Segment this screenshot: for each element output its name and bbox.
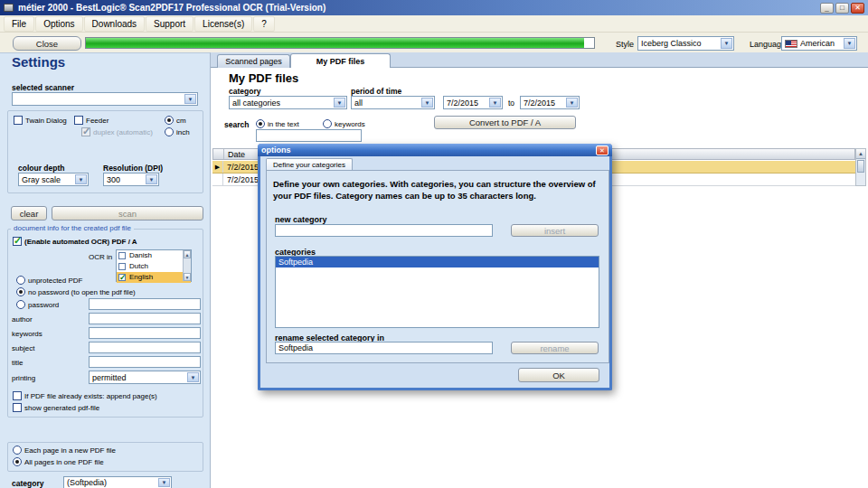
ocr-enable-checkbox[interactable]: [13, 237, 22, 246]
scan-button[interactable]: scan: [52, 206, 203, 221]
docinfo-title: document info for the created pdf file: [11, 224, 134, 232]
chevron-down-icon[interactable]: ▼: [75, 174, 87, 184]
resolution-select[interactable]: 300 ▼: [103, 173, 159, 186]
progress-bar: [85, 37, 595, 49]
style-select[interactable]: Iceberg Classico ▼: [637, 36, 734, 51]
scanner-select[interactable]: ▼: [12, 92, 198, 106]
rename-category-input[interactable]: [275, 342, 493, 354]
show-generated-label: show generated pdf-file: [24, 404, 99, 412]
menu-downloads[interactable]: Downloads: [84, 16, 145, 32]
maximize-button[interactable]: □: [835, 3, 849, 14]
append-pages-checkbox[interactable]: [13, 391, 22, 400]
menu-licenses[interactable]: License(s): [194, 16, 252, 32]
chevron-down-icon[interactable]: ▼: [187, 372, 199, 382]
ocr-language-dutch[interactable]: Dutch: [117, 261, 191, 272]
all-pages-radio[interactable]: [13, 457, 22, 466]
ocr-list-scrollbar[interactable]: ▲▼: [183, 250, 191, 281]
search-in-text-radio[interactable]: [256, 119, 265, 128]
chevron-down-icon[interactable]: ▼: [844, 38, 855, 49]
ocr-language-danish[interactable]: Danish: [117, 250, 191, 261]
close-app-button[interactable]: Close: [13, 36, 81, 51]
tab-define-categories[interactable]: Define your categories: [266, 158, 353, 171]
show-generated-checkbox[interactable]: [13, 403, 22, 412]
chevron-down-icon[interactable]: ▼: [421, 98, 433, 108]
scrollbar-thumb[interactable]: [857, 160, 864, 173]
options-dialog: options ✕ Define your categories Define …: [258, 144, 612, 390]
unprotected-pdf-radio[interactable]: [16, 276, 25, 285]
row-selected-arrow-icon: ▶: [212, 161, 223, 173]
tab-scanned-pages[interactable]: Scanned pages: [217, 54, 290, 68]
app-icon: [4, 4, 14, 12]
colour-depth-value: Gray scale: [22, 175, 61, 184]
author-field[interactable]: [89, 313, 201, 324]
menu-options[interactable]: Options: [35, 16, 82, 32]
menu-support[interactable]: Support: [146, 16, 193, 32]
search-keywords-radio[interactable]: [323, 119, 332, 128]
scroll-up-icon[interactable]: ▲: [184, 250, 191, 258]
each-page-label: Each page in a new PDF file: [24, 446, 116, 455]
tab-my-pdf-files[interactable]: My PDF files: [290, 53, 391, 68]
period-select[interactable]: all ▼: [351, 96, 435, 109]
date-from-picker[interactable]: 7/2/2015 ▼: [443, 96, 503, 109]
search-input[interactable]: [256, 129, 362, 142]
new-category-label: new category: [275, 215, 327, 224]
search-label: search: [224, 120, 249, 129]
new-category-input[interactable]: [275, 224, 493, 237]
filter-category-select[interactable]: all categories ▼: [229, 96, 347, 109]
colour-depth-select[interactable]: Gray scale ▼: [18, 173, 89, 186]
english-checkbox[interactable]: [118, 274, 126, 281]
password-field[interactable]: [89, 298, 201, 310]
printing-label: printing: [12, 374, 35, 382]
scroll-down-icon[interactable]: ▼: [184, 273, 191, 281]
categories-listbox[interactable]: Softpedia: [275, 256, 599, 328]
password-radio[interactable]: [16, 300, 25, 309]
category-select[interactable]: (Softpedia) ▼: [63, 476, 172, 488]
danish-checkbox[interactable]: [118, 252, 126, 259]
insert-button[interactable]: insert: [511, 224, 599, 237]
date-to-value: 7/2/2015: [524, 99, 555, 108]
feeder-checkbox[interactable]: [74, 116, 83, 125]
menu-file[interactable]: File: [4, 16, 34, 32]
title-field[interactable]: [89, 356, 201, 368]
date-to-picker[interactable]: 7/2/2015 ▼: [520, 96, 580, 109]
scroll-up-icon[interactable]: ▲: [856, 149, 865, 159]
close-window-button[interactable]: ✕: [851, 3, 864, 14]
cm-radio[interactable]: [165, 116, 174, 125]
ok-button[interactable]: OK: [518, 368, 599, 382]
each-page-radio[interactable]: [13, 446, 22, 455]
resolution-value: 300: [107, 175, 120, 184]
danish-label: Danish: [129, 251, 152, 259]
rename-button[interactable]: rename: [511, 342, 599, 354]
chevron-down-icon[interactable]: ▼: [489, 98, 501, 108]
clear-button[interactable]: clear: [11, 206, 47, 221]
keywords-field[interactable]: [89, 327, 201, 339]
dutch-checkbox[interactable]: [118, 263, 126, 270]
inch-radio[interactable]: [165, 127, 174, 136]
language-select[interactable]: American ▼: [781, 36, 857, 51]
category-select-value: (Softpedia): [67, 478, 107, 487]
chevron-down-icon[interactable]: ▼: [334, 98, 345, 108]
menu-help[interactable]: ?: [253, 16, 275, 32]
style-label: Style: [616, 40, 634, 49]
no-password-label: no password (to open the pdf file): [28, 288, 136, 296]
page-title: My PDF files: [229, 71, 298, 85]
ocr-language-english[interactable]: English: [117, 272, 191, 283]
chevron-down-icon[interactable]: ▼: [566, 98, 578, 108]
dialog-close-button[interactable]: ✕: [596, 145, 609, 155]
period-label: period of time: [351, 87, 401, 96]
all-pages-label: All pages in one PDF file: [24, 458, 104, 466]
printing-select[interactable]: permitted ▼: [89, 371, 201, 384]
chevron-down-icon[interactable]: ▼: [721, 38, 732, 49]
chevron-down-icon[interactable]: ▼: [158, 478, 170, 487]
no-password-radio[interactable]: [16, 287, 25, 296]
subject-field[interactable]: [89, 342, 201, 353]
category-list-item[interactable]: Softpedia: [276, 257, 599, 267]
convert-to-pdfa-button[interactable]: Convert to PDF / A: [434, 116, 576, 129]
minimize-button[interactable]: _: [820, 3, 834, 14]
ocr-language-list[interactable]: Danish Dutch English ▲▼: [116, 249, 192, 282]
table-scrollbar[interactable]: ▲: [855, 148, 866, 186]
twain-dialog-checkbox[interactable]: [14, 116, 23, 125]
chevron-down-icon[interactable]: ▼: [146, 174, 157, 184]
chevron-down-icon[interactable]: ▼: [184, 94, 196, 104]
window-title: métier 2000 - BestLogic® Scan2PDF17 Prof…: [18, 3, 818, 13]
